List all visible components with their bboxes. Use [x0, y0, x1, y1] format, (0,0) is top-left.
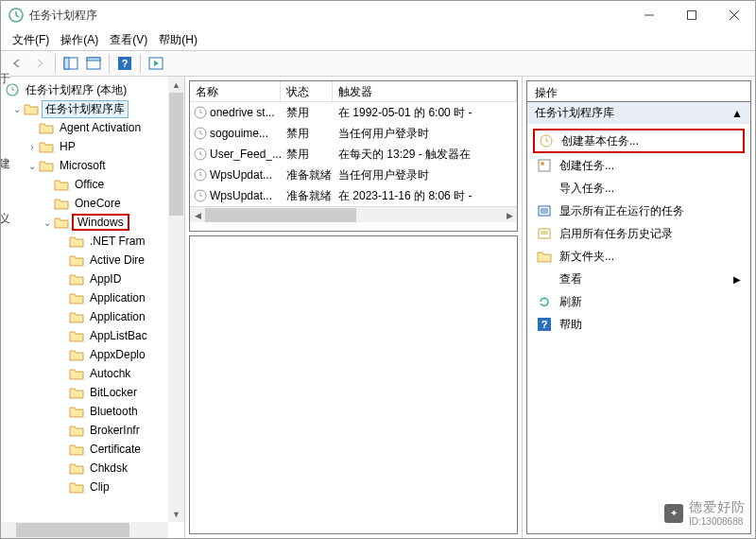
svg-rect-5 — [87, 58, 100, 61]
folder-icon — [69, 348, 84, 361]
center-pane: 名称 状态 触发器 onedrive st...禁用在 1992-05-01 的… — [185, 77, 523, 538]
tree-item[interactable]: Certificate — [1, 440, 184, 459]
close-button[interactable] — [713, 1, 755, 29]
scroll-down-icon[interactable]: ▼ — [168, 506, 184, 522]
action-view[interactable]: 查看 ▶ — [527, 268, 750, 290]
tree[interactable]: 任务计划程序 (本地) ⌄ 任务计划程序库 Agent Activation ›… — [1, 77, 184, 521]
col-state[interactable]: 状态 — [281, 81, 333, 101]
titlebar: 任务计划程序 — [1, 1, 755, 29]
tree-item[interactable]: Active Dire — [1, 251, 184, 270]
menubar: 文件(F) 操作(A) 查看(V) 帮助(H) — [1, 29, 755, 50]
tree-item[interactable]: Agent Activation — [1, 118, 184, 137]
action-show-running[interactable]: 显示所有正在运行的任务 — [527, 200, 750, 222]
table-row[interactable]: onedrive st...禁用在 1992-05-01 的 6:00 时 - — [190, 102, 517, 123]
list-hscrollbar[interactable]: ◀ ▶ — [190, 206, 517, 222]
tree-root[interactable]: 任务计划程序 (本地) — [1, 80, 184, 99]
expander-icon[interactable]: ⌄ — [10, 104, 24, 114]
folder-icon — [54, 197, 69, 210]
action-enable-history[interactable]: 启用所有任务历史记录 — [527, 222, 750, 245]
folder-icon — [69, 443, 84, 456]
folder-icon — [39, 159, 54, 172]
menu-action[interactable]: 操作(A) — [60, 32, 98, 48]
tree-item[interactable]: Clip — [1, 478, 184, 496]
svg-rect-16 — [539, 160, 550, 171]
tree-pane: 任务计划程序 (本地) ⌄ 任务计划程序库 Agent Activation ›… — [1, 77, 185, 538]
expander-icon[interactable]: › — [26, 142, 39, 152]
tree-item[interactable]: OneCore — [1, 194, 184, 213]
actions-category[interactable]: 任务计划程序库 ▲ — [527, 102, 750, 124]
tree-item[interactable]: BitLocker — [1, 383, 184, 402]
action-create-task[interactable]: 创建任务... — [527, 154, 750, 177]
folder-icon — [39, 121, 54, 134]
actions-pane: 操作 任务计划程序库 ▲ 创建基本任务... 创建任务... 导入任务... — [523, 77, 755, 538]
action-import-task[interactable]: 导入任务... — [527, 177, 750, 200]
menu-file[interactable]: 文件(F) — [12, 32, 49, 48]
table-row[interactable]: WpsUpdat...准备就绪当任何用户登录时 — [190, 165, 517, 185]
task-icon — [537, 158, 552, 173]
tree-item[interactable]: AppListBac — [1, 326, 184, 345]
scroll-left-icon[interactable]: ◀ — [190, 207, 205, 223]
scroll-thumb[interactable] — [169, 93, 183, 216]
action-create-basic-task[interactable]: 创建基本任务... — [533, 129, 745, 153]
show-tree-button[interactable] — [60, 53, 81, 74]
tree-item[interactable]: Autochk — [1, 364, 184, 383]
tree-item[interactable]: Bluetooth — [1, 402, 184, 421]
tree-item[interactable]: ›HP — [1, 137, 184, 156]
expander-icon[interactable]: ⌄ — [26, 161, 39, 171]
folder-icon — [69, 367, 84, 380]
tree-item[interactable]: ⌄Microsoft — [1, 156, 184, 175]
clock-icon — [194, 168, 207, 182]
tree-item[interactable]: .NET Fram — [1, 232, 184, 251]
scroll-thumb[interactable] — [16, 523, 129, 537]
menu-help[interactable]: 帮助(H) — [159, 32, 198, 48]
svg-text:?: ? — [122, 58, 129, 69]
scheduler-icon — [5, 82, 20, 97]
expander-icon[interactable]: ⌄ — [41, 217, 54, 228]
tree-item[interactable]: BrokerInfr — [1, 421, 184, 440]
forward-button[interactable] — [29, 53, 50, 74]
folder-icon — [69, 461, 84, 475]
blank-icon — [537, 271, 552, 287]
tree-item[interactable]: Application — [1, 288, 184, 307]
col-trigger[interactable]: 触发器 — [333, 81, 517, 101]
properties-button[interactable] — [83, 53, 104, 74]
tree-item-windows[interactable]: ⌄Windows — [1, 213, 184, 232]
col-name[interactable]: 名称 — [190, 81, 281, 101]
minimize-button[interactable] — [627, 1, 670, 29]
folder-icon — [69, 272, 84, 286]
run-button[interactable] — [146, 53, 166, 74]
scroll-right-icon[interactable]: ▶ — [502, 207, 517, 223]
table-row[interactable]: User_Feed_...禁用在每天的 13:29 - 触发器在 — [190, 144, 517, 165]
tree-item[interactable]: Chkdsk — [1, 459, 184, 478]
table-row[interactable]: WpsUpdat...准备就绪在 2023-11-16 的 8:06 时 - — [190, 185, 517, 206]
svg-text:?: ? — [541, 319, 548, 330]
folder-icon — [69, 291, 84, 304]
svg-point-17 — [541, 162, 544, 165]
tree-hscrollbar[interactable] — [1, 522, 168, 538]
tree-vscrollbar[interactable]: ▲ ▼ — [168, 77, 184, 522]
tree-item[interactable]: AppxDeplo — [1, 345, 184, 364]
menu-view[interactable]: 查看(V) — [110, 32, 147, 48]
maximize-button[interactable] — [670, 1, 713, 29]
collapse-icon[interactable]: ▲ — [731, 107, 743, 120]
folder-icon — [69, 424, 84, 437]
action-new-folder[interactable]: 新文件夹... — [527, 245, 750, 268]
table-row[interactable]: sogouime...禁用当任何用户登录时 — [190, 123, 517, 144]
clock-icon — [194, 127, 207, 140]
tree-item[interactable]: Application — [1, 307, 184, 326]
list-header: 名称 状态 触发器 — [190, 81, 517, 102]
action-refresh[interactable]: 刷新 — [527, 290, 750, 313]
scroll-thumb[interactable] — [205, 208, 356, 222]
svg-rect-3 — [64, 58, 69, 69]
tree-lib[interactable]: ⌄ 任务计划程序库 — [1, 99, 184, 118]
action-help[interactable]: ? 帮助 — [527, 313, 750, 336]
scroll-up-icon[interactable]: ▲ — [168, 77, 184, 93]
tree-item[interactable]: Office — [1, 175, 184, 194]
folder-icon — [69, 480, 84, 494]
help-icon: ? — [537, 317, 552, 332]
tree-item[interactable]: AppID — [1, 270, 184, 288]
actions-title: 操作 — [526, 80, 751, 101]
help-button[interactable]: ? — [114, 53, 135, 74]
app-title: 任务计划程序 — [29, 8, 97, 24]
clock-icon — [539, 133, 554, 148]
